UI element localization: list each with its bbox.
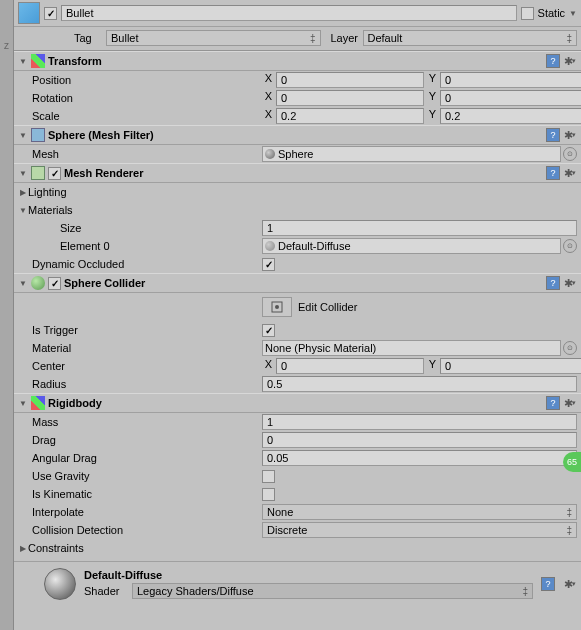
help-icon[interactable]: ? [546,276,560,290]
lighting-row: Lighting [14,183,581,201]
gameobject-icon[interactable] [18,2,40,24]
physmat-field[interactable]: None (Physic Material) [262,340,561,356]
materials-size-row: Size [14,219,581,237]
spherecollider-enabled-checkbox[interactable] [48,277,61,290]
spherecollider-title: Sphere Collider [64,277,543,289]
meshrenderer-header: Mesh Renderer ? [14,163,581,183]
rigidbody-title: Rigidbody [48,397,543,409]
material-sphere-preview[interactable] [44,568,76,600]
material-icon [265,241,275,251]
scale-y[interactable] [440,108,581,124]
help-icon[interactable]: ? [546,166,560,180]
materials-row: Materials [14,201,581,219]
shader-dropdown[interactable]: Legacy Shaders/Diffuse [132,583,533,599]
drag-input[interactable] [262,432,577,448]
meshfilter-foldout[interactable] [18,130,28,140]
scale-x[interactable] [276,108,424,124]
rotation-x[interactable] [276,90,424,106]
meshrenderer-icon [31,166,45,180]
position-x[interactable] [276,72,424,88]
axis-z-label: z [0,40,13,51]
constraints-foldout[interactable] [18,543,28,553]
interpolate-label: Interpolate [32,506,262,518]
edit-collider-icon [271,301,283,313]
gear-icon[interactable] [563,166,577,180]
interpolate-dropdown[interactable]: None [262,504,577,520]
constraints-label: Constraints [28,542,84,554]
is-kinematic-label: Is Kinematic [32,488,262,500]
rotation-label: Rotation [32,92,262,104]
gameobject-name-input[interactable] [61,5,517,21]
rigidbody-header: Rigidbody ? [14,393,581,413]
notification-badge[interactable]: 65 [563,452,581,472]
position-y[interactable] [440,72,581,88]
is-trigger-checkbox[interactable] [262,324,275,337]
is-kinematic-checkbox[interactable] [262,488,275,501]
spherecollider-foldout[interactable] [18,278,28,288]
meshfilter-title: Sphere (Mesh Filter) [48,129,543,141]
transform-foldout[interactable] [18,56,28,66]
help-icon[interactable]: ? [546,396,560,410]
help-icon[interactable]: ? [541,577,555,591]
scale-row: Scale X Y Z [14,107,581,125]
center-label: Center [32,360,262,372]
mesh-label: Mesh [32,148,262,160]
help-icon[interactable]: ? [546,128,560,142]
materials-foldout[interactable] [18,205,28,215]
spherecollider-icon [31,276,45,290]
position-label: Position [32,74,262,86]
use-gravity-row: Use Gravity [14,467,581,485]
center-x[interactable] [276,358,424,374]
gear-icon[interactable] [563,54,577,68]
gear-icon[interactable] [563,396,577,410]
edit-collider-button[interactable] [262,297,292,317]
angular-drag-row: Angular Drag [14,449,581,467]
interpolate-row: Interpolate None [14,503,581,521]
shader-label: Shader [84,585,126,597]
gear-icon[interactable] [563,276,577,290]
is-trigger-label: Is Trigger [32,324,262,336]
meshrenderer-foldout[interactable] [18,168,28,178]
collision-detection-dropdown[interactable]: Discrete [262,522,577,538]
position-row: Position X Y Z [14,71,581,89]
mass-input[interactable] [262,414,577,430]
mass-row: Mass [14,413,581,431]
materials-size-input[interactable] [262,220,577,236]
physmat-label: Material [32,342,262,354]
use-gravity-label: Use Gravity [32,470,262,482]
constraints-row: Constraints [14,539,581,557]
edit-collider-label: Edit Collider [298,301,357,313]
radius-input[interactable] [262,376,577,392]
lighting-foldout[interactable] [18,187,28,197]
tag-layer-row: Tag Bullet Layer Default [14,27,581,51]
mesh-field[interactable]: Sphere [262,146,561,162]
rigidbody-foldout[interactable] [18,398,28,408]
object-picker[interactable] [563,341,577,355]
gear-icon[interactable] [563,577,577,591]
dynamic-occluded-checkbox[interactable] [262,258,275,271]
meshrenderer-enabled-checkbox[interactable] [48,167,61,180]
mesh-row: Mesh Sphere [14,145,581,163]
tag-dropdown[interactable]: Bullet [106,30,321,46]
transform-icon [31,54,45,68]
static-dropdown-arrow[interactable]: ▼ [569,9,577,18]
help-icon[interactable]: ? [546,54,560,68]
object-picker[interactable] [563,147,577,161]
use-gravity-checkbox[interactable] [262,470,275,483]
dynamic-occluded-label: Dynamic Occluded [32,258,262,270]
angular-drag-input[interactable] [262,450,577,466]
layer-dropdown[interactable]: Default [363,30,578,46]
center-y[interactable] [440,358,581,374]
rigidbody-icon [31,396,45,410]
rotation-y[interactable] [440,90,581,106]
static-checkbox[interactable] [521,7,534,20]
gameobject-enabled-checkbox[interactable] [44,7,57,20]
element0-field[interactable]: Default-Diffuse [262,238,561,254]
meshfilter-header: Sphere (Mesh Filter) ? [14,125,581,145]
gear-icon[interactable] [563,128,577,142]
element0-label: Element 0 [46,240,262,252]
center-row: Center X Y Z [14,357,581,375]
object-picker[interactable] [563,239,577,253]
size-label: Size [46,222,262,234]
material-name: Default-Diffuse [84,569,533,581]
